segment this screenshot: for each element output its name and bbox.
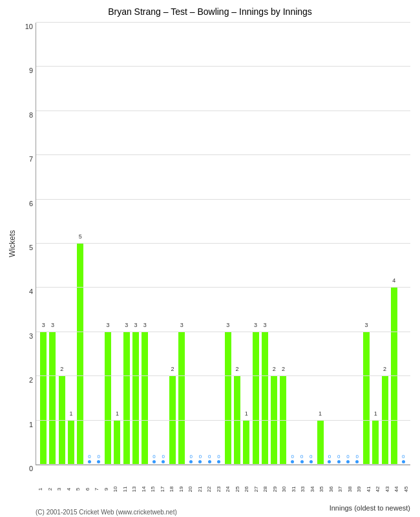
- bar-value-label: 3: [363, 322, 370, 328]
- bar: 3: [262, 332, 268, 465]
- chart-area: 3321500313330023000032133220001000031240…: [36, 23, 410, 465]
- bar-value-label: 0: [297, 454, 306, 459]
- y-axis-title: Wickets: [8, 23, 17, 465]
- grid-line: [36, 111, 410, 111]
- bar-value-label: 3: [132, 322, 139, 328]
- bar-group: 2: [269, 23, 278, 465]
- zero-dot: [328, 460, 331, 463]
- bar-group: 2: [233, 23, 242, 465]
- bar-value-label: 3: [178, 322, 185, 328]
- bar-group: 0: [353, 23, 362, 465]
- bar-value-label: 3: [49, 322, 56, 328]
- grid-line: [36, 22, 410, 23]
- y-tick-label: 5: [17, 244, 33, 251]
- zero-dot: [310, 460, 313, 463]
- bar-value-label: 2: [234, 366, 240, 372]
- bar-value-label: 0: [306, 454, 315, 459]
- grid-line: [36, 199, 410, 200]
- bar-group: 3: [39, 23, 48, 465]
- bar-value-label: 0: [325, 454, 334, 459]
- bar-group: 0: [85, 23, 94, 465]
- bar-value-label: 0: [399, 454, 408, 459]
- zero-dot: [300, 460, 304, 463]
- bar-group: 0: [159, 23, 168, 465]
- bar-group: 0: [288, 23, 297, 465]
- copyright: (C) 2001-2015 Cricket Web (www.cricketwe…: [36, 509, 177, 516]
- bar-group: 3: [224, 23, 233, 465]
- bar-group: 3: [140, 23, 149, 465]
- zero-dot: [355, 460, 359, 463]
- y-tick-label: 1: [17, 421, 33, 428]
- zero-dot: [88, 460, 91, 463]
- chart-container: Bryan Strang – Test – Bowling – Innings …: [0, 0, 420, 517]
- bar-group: 0: [334, 23, 343, 465]
- y-tick-label: 8: [17, 111, 33, 119]
- bar-group: 3: [103, 23, 112, 465]
- bar: 1: [243, 421, 249, 465]
- grid-line: [36, 332, 410, 332]
- bar-value-label: 0: [94, 454, 103, 459]
- grid-line: [36, 420, 410, 421]
- bar-value-label: 1: [243, 410, 249, 417]
- bar-value-label: 2: [280, 366, 286, 372]
- bar-value-label: 1: [317, 410, 324, 417]
- bar-group: 0: [187, 23, 196, 465]
- bar-value-label: 3: [253, 322, 259, 328]
- y-tick-label: 3: [17, 332, 33, 340]
- bar-value-label: 3: [225, 322, 231, 328]
- bar: 3: [142, 332, 148, 465]
- zero-dot: [208, 460, 211, 463]
- bar: 1: [68, 421, 74, 465]
- y-tick-label: 0: [17, 465, 33, 472]
- bar: 3: [123, 332, 130, 465]
- bar-group: 3: [122, 23, 131, 465]
- bar-value-label: 5: [77, 233, 83, 240]
- bar-value-label: 1: [372, 410, 379, 417]
- bar: 5: [77, 244, 83, 465]
- bar-group: 3: [362, 23, 371, 465]
- y-tick-label: 7: [17, 155, 33, 163]
- bar-group: 1: [315, 23, 324, 465]
- bar-group: 2: [58, 23, 67, 465]
- bar-group: 0: [214, 23, 223, 465]
- bar-group: 0: [205, 23, 214, 465]
- bar-group: 0: [94, 23, 103, 465]
- bar-group: 1: [242, 23, 251, 465]
- bar-value-label: 2: [271, 366, 277, 372]
- bar-value-label: 0: [353, 454, 362, 459]
- bar-value-label: 2: [382, 366, 388, 372]
- bar-value-label: 0: [214, 454, 223, 459]
- bar-value-label: 3: [40, 322, 47, 328]
- y-tick-label: 9: [17, 67, 33, 74]
- bar: 3: [178, 332, 185, 465]
- y-tick-label: 4: [17, 288, 33, 295]
- bar-value-label: 3: [105, 322, 111, 328]
- bar-value-label: 0: [85, 454, 94, 459]
- bar: 3: [225, 332, 231, 465]
- bar-group: 3: [260, 23, 269, 465]
- bar-group: 0: [149, 23, 158, 465]
- bar-value-label: 3: [142, 322, 148, 328]
- zero-dot: [198, 460, 202, 463]
- bar-value-label: 0: [205, 454, 214, 459]
- bar: 4: [391, 288, 397, 465]
- bar-value-label: 1: [114, 410, 120, 417]
- y-tick-label: 6: [17, 200, 33, 207]
- bar-value-label: 2: [59, 366, 65, 372]
- bar: 3: [363, 332, 370, 465]
- x-tick-label: 45: [396, 485, 415, 494]
- bar-group: 1: [112, 23, 121, 465]
- bar-group: 0: [196, 23, 205, 465]
- bar-value-label: 0: [187, 454, 196, 459]
- bar: 1: [114, 421, 120, 465]
- bar: 3: [49, 332, 56, 465]
- bar-group: 4: [390, 23, 399, 465]
- zero-dot: [402, 460, 405, 463]
- bar-value-label: 0: [288, 454, 297, 459]
- zero-dot: [162, 460, 165, 463]
- bar-value-label: 3: [262, 322, 268, 328]
- bar-group: 0: [325, 23, 334, 465]
- bar-group: 1: [371, 23, 380, 465]
- bars-wrapper: 3321500313330023000032133220001000031240: [36, 23, 410, 465]
- bar-group: 3: [131, 23, 140, 465]
